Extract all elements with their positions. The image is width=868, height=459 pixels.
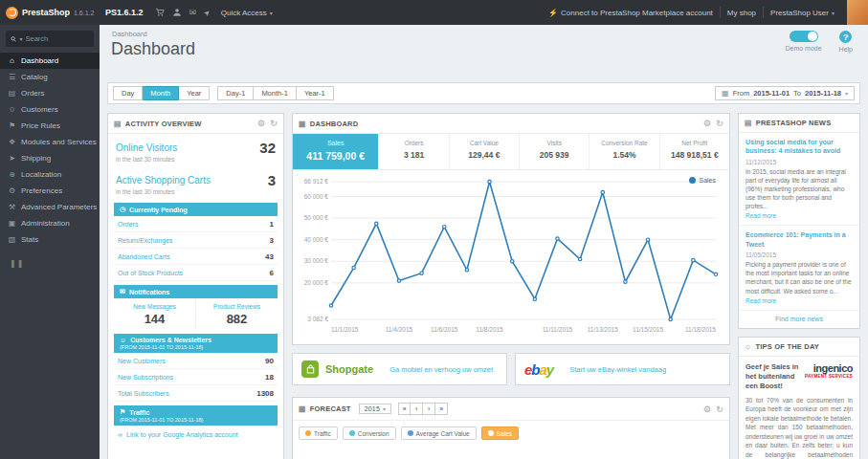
sidebar-item-preferences[interactable]: ⚙Preferences <box>0 183 100 199</box>
next-page-icon[interactable]: › <box>423 403 435 415</box>
caret-down-icon: ▾ <box>832 10 835 16</box>
forecast-traffic-toggle[interactable]: Traffic <box>299 426 338 440</box>
lightbulb-icon: ☼ <box>745 342 752 351</box>
forecast-sales-toggle[interactable]: Sales <box>481 426 519 440</box>
abandoned-carts-link[interactable]: Abandoned Carts <box>118 253 169 260</box>
kpi-orders[interactable]: Orders 3 181 <box>379 134 449 169</box>
news-title-link[interactable]: Using social media for your business: 4 … <box>746 138 853 156</box>
kpi-label: Orders <box>381 140 446 146</box>
refresh-icon[interactable]: ↻ <box>716 404 723 414</box>
date-range-picker[interactable]: ▦ From 2015-11-01 To 2015-11-18 ▾ <box>715 86 855 100</box>
row-value: 6 <box>270 269 274 277</box>
news-title-link[interactable]: Ecommerce 101: Payments in a Tweet <box>746 230 853 249</box>
gear-icon[interactable]: ⚙ <box>257 119 265 128</box>
forecast-year-select[interactable]: 2015 ▾ <box>359 404 392 414</box>
date-from-label: From <box>733 89 750 98</box>
new-customers-link[interactable]: New Customers <box>118 358 166 364</box>
prestashop-brand[interactable]: PrestaShop 1.6.1.2 <box>0 7 100 19</box>
new-subscriptions-link[interactable]: New Subscriptions <box>118 374 173 381</box>
user-avatar[interactable] <box>847 0 868 25</box>
gear-icon[interactable]: ⚙ <box>703 119 711 128</box>
search-input[interactable] <box>26 34 90 43</box>
google-analytics-link[interactable]: ∞ Link to your Google Analytics account <box>108 426 283 444</box>
sidebar-item-shipping[interactable]: ➤Shipping <box>0 150 100 166</box>
previous-page-icon[interactable]: ‹ <box>411 403 423 415</box>
messages-notifications-icon[interactable]: ✉ <box>189 8 197 17</box>
cart-notifications-icon[interactable] <box>155 8 165 17</box>
caret-down-icon: ▾ <box>270 10 273 16</box>
year-value: 2015 <box>365 405 380 412</box>
new-messages-stat[interactable]: New Messages 144 <box>114 298 195 330</box>
my-shop-link[interactable]: My shop <box>727 9 756 17</box>
lightning-icon: ⚡ <box>548 9 558 17</box>
sidebar-item-catalog[interactable]: ☰Catalog <box>0 69 100 85</box>
forecast-conversion-toggle[interactable]: Conversion <box>343 426 396 440</box>
kpi-cart-value[interactable]: Cart Value 129,44 € <box>450 134 520 169</box>
find-more-news-link[interactable]: Find more news <box>739 310 859 328</box>
returns-link[interactable]: Return/Exchanges <box>118 237 173 244</box>
stat-value: 882 <box>196 312 278 326</box>
section-title: Currently Pending <box>129 207 188 213</box>
read-more-link[interactable]: Read more <box>746 212 853 219</box>
filter-month-1-button[interactable]: Month-1 <box>254 86 297 100</box>
filter-year-1-button[interactable]: Year-1 <box>297 86 334 100</box>
sidebar-item-customers[interactable]: ☺Customers <box>0 101 100 118</box>
sales-line-chart: 66 912 €60 000 €50 000 €40 000 €30 000 €… <box>299 174 723 342</box>
filter-month-button[interactable]: Month <box>143 86 179 100</box>
page-title: Dashboard <box>100 38 868 59</box>
upgrade-rocket-icon[interactable]: ➤ <box>202 7 212 17</box>
pending-orders-link[interactable]: Orders <box>118 221 138 228</box>
sidebar-item-dashboard[interactable]: ⌂Dashboard <box>0 53 100 69</box>
first-page-icon[interactable]: « <box>398 403 411 415</box>
demo-mode-toggle[interactable] <box>790 31 818 42</box>
shop-name-link[interactable]: PS1.6.1.2 <box>105 8 144 17</box>
customers-notifications-icon[interactable] <box>172 8 182 17</box>
prestashop-logo-icon <box>6 7 18 19</box>
sidebar-collapse-button[interactable]: ❚❚ <box>10 259 100 268</box>
sidebar-item-stats[interactable]: ▧Stats <box>0 231 100 248</box>
marketplace-link[interactable]: ⚡ Connect to PrestaShop Marketplace acco… <box>548 9 713 17</box>
kpi-net-profit[interactable]: Net Profit 148 918,51 € <box>660 134 729 169</box>
help-icon[interactable]: ? <box>839 31 852 43</box>
ingenico-logo[interactable]: ingenico PAYMENT SERVICES <box>805 362 853 391</box>
filter-day-1-button[interactable]: Day-1 <box>217 86 254 100</box>
sidebar-item-price-rules[interactable]: ⚑Price Rules <box>0 118 100 134</box>
date-to-label: To <box>793 89 801 98</box>
out-of-stock-link[interactable]: Out of Stock Products <box>118 270 183 276</box>
total-subscribers-link[interactable]: Total Subscribers <box>118 390 169 397</box>
filter-day-button[interactable]: Day <box>113 86 143 100</box>
link-label: Link to your Google Analytics account <box>126 431 238 438</box>
sidebar-item-advanced-parameters[interactable]: ⚒Advanced Parameters <box>0 199 100 215</box>
kpi-strip: Sales 411 759,00 € Orders 3 181 Cart Val… <box>293 134 729 170</box>
date-from-value: 2015-11-01 <box>753 89 790 98</box>
panel-header: ▦ DASHBOARD ⚙ ↻ <box>293 114 729 134</box>
kpi-sales[interactable]: Sales 411 759,00 € <box>293 134 379 169</box>
gear-icon[interactable]: ⚙ <box>703 404 711 414</box>
brand-version: 1.6.1.2 <box>74 10 94 16</box>
last-page-icon[interactable]: » <box>435 403 448 415</box>
sidebar-item-localization[interactable]: ⊕Localization <box>0 166 100 183</box>
refresh-icon[interactable]: ↻ <box>716 119 723 128</box>
sidebar-search[interactable]: ▾ <box>6 31 94 47</box>
active-carts-link[interactable]: Active Shopping Carts <box>116 175 211 186</box>
quick-access-menu[interactable]: Quick Access ▾ <box>221 9 273 17</box>
out-of-stock-row: Out of Stock Products6 <box>114 265 278 281</box>
kpi-visits[interactable]: Visits 205 939 <box>520 134 590 169</box>
product-reviews-stat[interactable]: Product Reviews 882 <box>195 298 278 330</box>
user-menu[interactable]: PrestaShop User ▾ <box>770 9 835 17</box>
sidebar-item-modules[interactable]: ❖Modules and Services <box>0 134 100 150</box>
shopgate-link[interactable]: Ga mobiel en verhoog uw omzet <box>389 365 493 374</box>
filter-year-button[interactable]: Year <box>179 86 210 100</box>
row-value: 3 <box>270 236 274 245</box>
online-visitors-link[interactable]: Online Visitors <box>116 142 177 153</box>
read-more-link[interactable]: Read more <box>746 297 853 304</box>
sidebar-item-label: Localization <box>21 170 61 179</box>
stat-value: 144 <box>114 312 195 326</box>
forecast-average-cart-toggle[interactable]: Average Cart Value <box>401 426 477 440</box>
ebay-link[interactable]: Start uw eBay-winkel vandaag <box>569 365 666 374</box>
sidebar-item-orders[interactable]: ▤Orders <box>0 85 100 101</box>
refresh-icon[interactable]: ↻ <box>270 119 278 128</box>
toggle-knob-icon <box>808 32 817 41</box>
kpi-conversion-rate[interactable]: Conversion Rate 1.54% <box>590 134 659 169</box>
sidebar-item-administration[interactable]: ▣Administration <box>0 215 100 231</box>
